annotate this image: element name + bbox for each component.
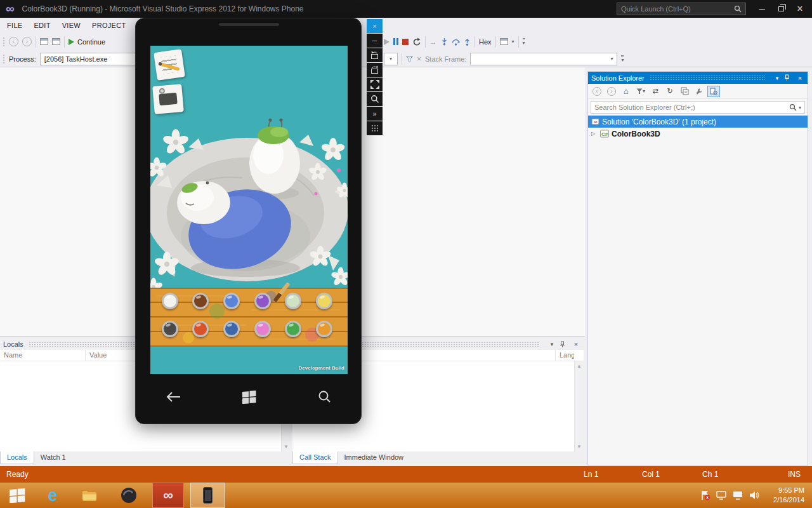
pin-icon[interactable] xyxy=(560,341,568,348)
thread-combobox-end[interactable]: ▾ xyxy=(384,53,398,65)
solution-explorer-search-input[interactable]: Search Solution Explorer (Ctrl+;) ▾ xyxy=(591,101,805,114)
paint-pot-pink[interactable] xyxy=(254,321,271,337)
stop-debugging-button[interactable] xyxy=(402,39,409,45)
scroll-down-icon[interactable]: ▼ xyxy=(575,442,584,451)
phone-start-button[interactable] xyxy=(235,383,263,411)
solution-explorer-header[interactable]: Solution Explorer ▾ × xyxy=(588,72,808,84)
taskbar-clock[interactable]: 9:55 PM 2/16/2014 xyxy=(760,486,804,505)
navigate-forward-icon[interactable]: › xyxy=(22,37,32,46)
paint-pot-yellow[interactable] xyxy=(316,293,332,309)
paint-pot-brown[interactable] xyxy=(192,293,209,309)
close-icon[interactable]: × xyxy=(572,340,580,348)
fit-to-screen-button[interactable] xyxy=(367,77,383,91)
camera-button[interactable] xyxy=(152,84,184,114)
pc-status-icon[interactable] xyxy=(714,483,730,508)
chevron-down-icon[interactable]: ▾ xyxy=(512,39,514,44)
preview-selected-items-icon[interactable] xyxy=(707,86,720,97)
panel-drag-grip[interactable] xyxy=(650,75,765,81)
window-position-icon[interactable]: ▾ xyxy=(773,75,782,81)
window-position-icon[interactable]: ▾ xyxy=(547,341,556,347)
tab-locals[interactable]: Locals xyxy=(0,451,34,464)
pending-changes-filter-icon[interactable]: ▾ xyxy=(634,86,647,97)
document-window-icon[interactable] xyxy=(40,38,48,45)
scroll-down-icon[interactable]: ▼ xyxy=(282,442,291,451)
paint-pot-darkblue[interactable] xyxy=(223,321,240,337)
search-icon[interactable] xyxy=(734,5,742,13)
restore-button[interactable] xyxy=(771,0,790,18)
back-icon[interactable]: ‹ xyxy=(591,86,603,97)
clear-icon[interactable]: × xyxy=(417,55,421,64)
chevron-down-icon[interactable]: ▾ xyxy=(799,105,801,110)
phone-search-button[interactable] xyxy=(311,383,339,411)
paint-pot-green[interactable] xyxy=(285,321,301,337)
tree-item-solution[interactable]: ∞ Solution 'ColorBook3D' (1 project) xyxy=(588,116,808,128)
rotate-left-button[interactable] xyxy=(367,48,383,62)
notepad-button[interactable] xyxy=(154,49,185,81)
menu-view[interactable]: VIEW xyxy=(56,18,86,33)
restart-button[interactable] xyxy=(412,37,421,46)
dock-window-icon[interactable] xyxy=(52,38,60,45)
visual-studio-taskbar-icon[interactable]: ∞ xyxy=(152,483,184,508)
paint-pot-white[interactable] xyxy=(162,293,178,309)
toolbar-overflow-icon[interactable]: ▾ xyxy=(621,55,624,63)
close-button[interactable]: × xyxy=(790,0,809,18)
tab-immediate-window[interactable]: Immediate Window xyxy=(338,451,410,464)
stack-frame-combobox[interactable]: ▾ xyxy=(470,53,617,65)
internet-explorer-icon[interactable]: e xyxy=(38,483,67,508)
emulator-close-button[interactable]: × xyxy=(367,19,383,33)
menu-file[interactable]: FILE xyxy=(1,18,28,33)
show-next-statement-icon[interactable]: → xyxy=(429,37,437,46)
collapse-all-icon[interactable] xyxy=(678,86,691,97)
search-icon[interactable] xyxy=(789,104,797,111)
phone-back-button[interactable] xyxy=(159,383,187,411)
close-icon[interactable]: × xyxy=(796,74,804,82)
paint-pot-gray[interactable] xyxy=(162,321,178,337)
toolbar-overflow-icon[interactable]: ▾ xyxy=(523,38,525,46)
emulator-drag-handle[interactable] xyxy=(367,121,383,135)
refresh-icon[interactable]: ↻ xyxy=(664,86,676,97)
phone-navigation-bar xyxy=(150,375,348,418)
home-icon[interactable]: ⌂ xyxy=(620,86,632,97)
menu-project[interactable]: PROJECT xyxy=(86,18,131,33)
phone-emulator-taskbar-icon[interactable] xyxy=(190,483,225,508)
tree-item-project[interactable]: ▷ C# ColorBook3D xyxy=(588,128,808,140)
app-icon-dark[interactable] xyxy=(114,483,143,508)
step-over-icon[interactable] xyxy=(452,38,460,46)
paint-pot-orange[interactable] xyxy=(316,321,332,337)
break-all-button[interactable] xyxy=(393,38,398,45)
tab-call-stack[interactable]: Call Stack xyxy=(292,451,338,464)
navigate-back-icon[interactable]: ‹ xyxy=(9,37,18,46)
process-combobox[interactable]: [2056] TaskHost.exe xyxy=(40,53,141,65)
output-window-icon[interactable] xyxy=(500,38,508,45)
paint-pot-lightgreen[interactable] xyxy=(285,293,301,309)
file-explorer-icon[interactable] xyxy=(75,483,104,508)
expander-icon[interactable]: ▷ xyxy=(591,131,598,137)
hex-toggle-button[interactable]: Hex xyxy=(479,38,492,46)
zoom-button[interactable] xyxy=(367,92,383,106)
action-center-flag-icon[interactable] xyxy=(698,483,713,508)
continue-button[interactable]: Continue xyxy=(69,38,105,46)
start-button[interactable] xyxy=(0,483,35,508)
sync-with-active-document-icon[interactable]: ⇄ xyxy=(649,86,662,97)
forward-icon[interactable]: › xyxy=(605,86,618,97)
step-into-icon[interactable] xyxy=(441,38,448,46)
tab-watch-1[interactable]: Watch 1 xyxy=(34,451,72,464)
minimize-button[interactable]: ─ xyxy=(752,0,771,18)
paint-pot-blue[interactable] xyxy=(223,293,240,309)
paint-pot-purple[interactable] xyxy=(254,293,271,309)
scroll-up-icon[interactable]: ▲ xyxy=(575,361,584,371)
menu-edit[interactable]: EDIT xyxy=(28,18,56,33)
filter-threads-icon[interactable] xyxy=(406,56,413,62)
step-out-icon[interactable] xyxy=(464,38,471,46)
properties-wrench-icon[interactable] xyxy=(693,86,705,97)
quick-launch-input[interactable]: Quick Launch (Ctrl+Q) xyxy=(617,3,746,15)
rotate-right-button[interactable] xyxy=(367,63,383,77)
paint-pot-red[interactable] xyxy=(192,321,209,337)
scrollbar[interactable]: ▲ ▼ xyxy=(574,361,584,451)
pin-icon[interactable] xyxy=(784,74,793,81)
network-icon[interactable] xyxy=(731,483,746,508)
expand-tools-button[interactable]: » xyxy=(367,107,383,121)
separator xyxy=(425,36,426,48)
emulator-minimize-button[interactable]: ─ xyxy=(367,34,383,48)
emulator-screen[interactable]: Development Build xyxy=(150,46,348,374)
